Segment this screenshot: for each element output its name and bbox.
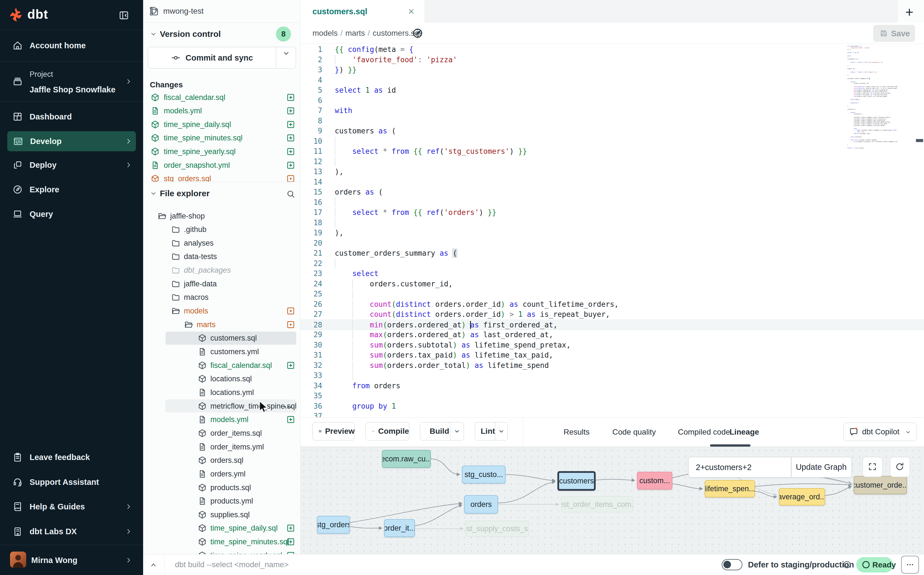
lineage-node-stg-customers[interactable]: stg_custo... [462, 465, 506, 483]
lineage-node-order-items[interactable]: order_it... [384, 519, 415, 537]
lineage-node-custom[interactable]: custom... [637, 472, 672, 489]
compile-button[interactable]: Compile [366, 422, 409, 440]
defer-toggle[interactable] [722, 559, 742, 570]
tree-item-orders-sql[interactable]: orders.sql [143, 454, 300, 467]
tree-item-analyses[interactable]: analyses [143, 236, 300, 250]
breadcrumb-part[interactable]: models [312, 29, 338, 37]
expand-command-bar-button[interactable] [148, 559, 159, 570]
code-line-17[interactable]: 17 select * from {{ ref('orders') }} [301, 207, 924, 218]
lineage-node-stg-orders[interactable]: stg_orders [317, 516, 350, 534]
code-line-20[interactable]: 20 [301, 238, 924, 248]
change-item[interactable]: models.yml [143, 104, 300, 118]
stage-plus-icon[interactable] [286, 523, 295, 533]
code-line-22[interactable]: 22 [301, 259, 924, 269]
change-item[interactable]: time_spine_minutes.sql [143, 131, 300, 145]
sidebar-item-develop[interactable]: Develop [7, 131, 136, 151]
lineage-node-average-order[interactable]: average_ord... [779, 488, 825, 505]
code-line-23[interactable]: 23 select [301, 268, 924, 279]
minimap[interactable]: {{ config(meta = { 'favorite_food': 'piz… [847, 46, 897, 411]
tree-item-order-items-sql[interactable]: order_items.sql [143, 426, 300, 440]
code-line-12[interactable]: 12 [301, 157, 924, 167]
stage-plus-icon[interactable] [286, 160, 295, 170]
commit-options-button[interactable] [276, 47, 296, 68]
refresh-graph-button[interactable] [890, 457, 910, 477]
tree-item-supplies-sql[interactable]: supplies.sql [143, 508, 300, 521]
item-menu-button[interactable] [283, 401, 294, 411]
scrollbar-thumb[interactable] [916, 139, 923, 142]
code-line-26[interactable]: 26 count(distinct orders.order_id) as co… [301, 299, 924, 310]
tab-results[interactable]: Results [564, 418, 590, 446]
stage-plus-icon[interactable] [286, 537, 295, 546]
lineage-node-test-supply-costs[interactable]: test_supply_costs_s... [465, 521, 529, 537]
tree-item-time-spine-yearly-sql[interactable]: time_spine_yearly.sql [143, 548, 300, 554]
sidebar-item-leave-feedback[interactable]: Leave feedback [0, 448, 143, 466]
code-line-18[interactable]: 18 [301, 218, 924, 228]
tab-code-quality[interactable]: Code quality [612, 418, 656, 446]
code-line-3[interactable]: 3}) }} [301, 65, 924, 75]
code-line-8[interactable]: 8 [301, 116, 924, 126]
tree-item-customers-sql[interactable]: customers.sql [143, 331, 300, 345]
lineage-node-customer-orders[interactable]: customer_orde... [854, 476, 907, 494]
status-badge[interactable]: Ready [856, 557, 893, 572]
sidebar-item-query[interactable]: Query [0, 205, 143, 223]
sidebar-item-support-assistant[interactable]: Support Assistant [0, 473, 143, 491]
lineage-node-ecom-raw-customers[interactable]: ecom.raw_cu... [382, 450, 431, 468]
save-button[interactable]: Save [873, 25, 915, 42]
tree-item-data-tests[interactable]: data-tests [143, 250, 300, 264]
file-explorer-header[interactable]: File explorer [143, 186, 300, 201]
code-line-24[interactable]: 24 orders.customer_id, [301, 279, 924, 289]
code-line-7[interactable]: 7with [301, 105, 924, 116]
stage-plus-icon[interactable] [286, 415, 295, 424]
stage-plus-icon[interactable] [286, 120, 295, 129]
close-icon[interactable] [407, 7, 415, 16]
code-line-31[interactable]: 31 sum(orders.tax_paid) as lifetime_tax_… [301, 350, 924, 361]
code-line-15[interactable]: 15orders as ( [301, 187, 924, 197]
preview-button[interactable]: Preview [312, 422, 355, 440]
tree-item-dbt-packages[interactable]: dbt_packages [143, 264, 300, 277]
tree-item-locations-sql[interactable]: locations.sql [143, 372, 300, 386]
compass-icon[interactable] [412, 27, 424, 39]
lineage-node-lifetime-spend[interactable]: lifetime_spen... [705, 480, 755, 497]
code-line-11[interactable]: 11 select * from {{ ref('stg_customers')… [301, 146, 924, 157]
change-item[interactable]: time_spine_daily.sql [143, 118, 300, 131]
fullscreen-button[interactable] [863, 457, 883, 477]
code-line-6[interactable]: 6 [301, 95, 924, 106]
code-line-16[interactable]: 16 [301, 197, 924, 208]
code-line-30[interactable]: 30 sum(orders.subtotal) as lifetime_spen… [301, 340, 924, 350]
user-menu[interactable]: Mirna Wong [0, 549, 143, 571]
code-editor[interactable]: 1{{ config(meta = {2 'favorite_food': 'p… [301, 44, 924, 417]
tab-compiled-code[interactable]: Compiled code [678, 418, 730, 446]
tree-item-models-yml[interactable]: models.yml [143, 413, 300, 427]
tree-item-metricflow-time-spine-sql[interactable]: metricflow_time_spine.sql [143, 399, 300, 413]
stage-plus-icon[interactable] [286, 133, 295, 143]
code-line-36[interactable]: 36 group by 1 [301, 401, 924, 411]
code-line-33[interactable]: 33 [301, 370, 924, 381]
tree-item-macros[interactable]: macros [143, 291, 300, 304]
tree-item-fiscal-calendar-sql[interactable]: fiscal_calendar.sql [143, 358, 300, 372]
sidebar-item-deploy[interactable]: Deploy [0, 156, 143, 174]
code-line-2[interactable]: 2 'favorite_food': 'pizza' [301, 55, 924, 65]
tree-item-jaffle-shop[interactable]: jaffle-shop [143, 209, 300, 223]
search-icon[interactable] [286, 189, 295, 199]
sidebar-item-account-home[interactable]: Account home [0, 37, 143, 54]
code-line-10[interactable]: 10 [301, 136, 924, 146]
tree-item-time-spine-minutes-sql[interactable]: time_spine_minutes.sql [143, 535, 300, 549]
code-line-21[interactable]: 21customer_orders_summary as ( [301, 248, 924, 259]
tree-item-models[interactable]: models [143, 304, 300, 318]
tree-item--github[interactable]: .github [143, 223, 300, 237]
sidebar-item-explore[interactable]: Explore [0, 181, 143, 199]
change-item[interactable]: fiscal_calendar.sql [143, 91, 300, 104]
breadcrumb-part[interactable]: marts [346, 29, 365, 37]
copy-icon[interactable] [148, 6, 160, 17]
code-line-4[interactable]: 4 [301, 75, 924, 86]
dbt-copilot-button[interactable]: dbt Copilot [843, 423, 916, 441]
new-tab-button[interactable]: + [905, 4, 913, 20]
code-line-25[interactable]: 25 [301, 289, 924, 299]
change-item[interactable]: order_snapshot.yml [143, 158, 300, 172]
code-line-29[interactable]: 29 max(orders.ordered_at) as last_ordere… [301, 330, 924, 340]
change-item[interactable]: time_spine_yearly.sql [143, 145, 300, 158]
tree-item-products-sql[interactable]: products.sql [143, 481, 300, 494]
tree-item-locations-yml[interactable]: locations.yml [143, 386, 300, 399]
code-line-1[interactable]: 1{{ config(meta = { [301, 44, 924, 55]
code-line-28[interactable]: 28 min(orders.ordered_at) as first_order… [301, 319, 924, 330]
